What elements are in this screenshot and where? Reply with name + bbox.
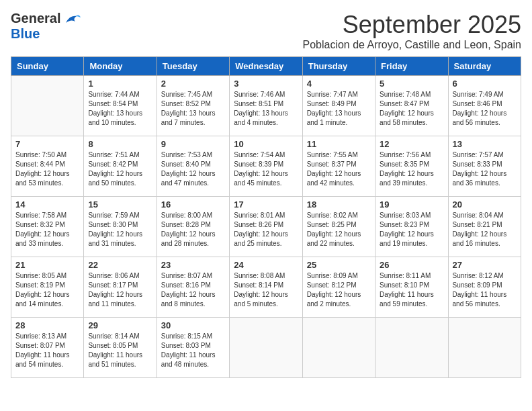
day-number: 21 bbox=[15, 260, 79, 270]
calendar-day-8: 8Sunrise: 7:51 AMSunset: 8:42 PMDaylight… bbox=[84, 136, 157, 197]
calendar-day-16: 16Sunrise: 8:00 AMSunset: 8:28 PMDayligh… bbox=[157, 197, 229, 257]
day-detail: Sunrise: 7:45 AMSunset: 8:52 PMDaylight:… bbox=[161, 90, 225, 128]
day-detail: Sunrise: 8:11 AMSunset: 8:10 PMDaylight:… bbox=[380, 271, 443, 309]
day-number: 5 bbox=[380, 79, 443, 89]
calendar-header-wednesday: Wednesday bbox=[230, 57, 302, 76]
day-detail: Sunrise: 8:02 AMSunset: 8:25 PMDaylight:… bbox=[307, 211, 371, 248]
day-detail: Sunrise: 7:58 AMSunset: 8:32 PMDaylight:… bbox=[15, 211, 79, 248]
calendar-day-23: 23Sunrise: 8:07 AMSunset: 8:16 PMDayligh… bbox=[157, 257, 229, 318]
calendar-day-4: 4Sunrise: 7:47 AMSunset: 8:49 PMDaylight… bbox=[302, 76, 375, 136]
day-number: 17 bbox=[234, 199, 298, 210]
day-detail: Sunrise: 8:06 AMSunset: 8:17 PMDaylight:… bbox=[88, 271, 152, 309]
day-number: 13 bbox=[453, 139, 517, 149]
calendar-day-24: 24Sunrise: 8:08 AMSunset: 8:14 PMDayligh… bbox=[230, 257, 302, 318]
calendar-day-21: 21Sunrise: 8:05 AMSunset: 8:19 PMDayligh… bbox=[11, 257, 84, 318]
day-number: 27 bbox=[453, 260, 517, 270]
title-block: September 2025 Poblacion de Arroyo, Cast… bbox=[302, 11, 521, 51]
calendar-week-row: 28Sunrise: 8:13 AMSunset: 8:07 PMDayligh… bbox=[11, 318, 521, 378]
subtitle: Poblacion de Arroyo, Castille and Leon, … bbox=[302, 39, 521, 51]
calendar-day-6: 6Sunrise: 7:49 AMSunset: 8:46 PMDaylight… bbox=[448, 76, 521, 136]
calendar-day-19: 19Sunrise: 8:03 AMSunset: 8:23 PMDayligh… bbox=[375, 197, 448, 257]
calendar-empty-cell bbox=[11, 76, 84, 136]
calendar-header-saturday: Saturday bbox=[448, 57, 521, 76]
calendar-table: SundayMondayTuesdayWednesdayThursdayFrid… bbox=[11, 56, 521, 378]
day-detail: Sunrise: 8:08 AMSunset: 8:14 PMDaylight:… bbox=[234, 271, 298, 309]
logo-blue-text: Blue bbox=[11, 26, 40, 41]
day-detail: Sunrise: 7:57 AMSunset: 8:33 PMDaylight:… bbox=[453, 150, 517, 188]
calendar-day-28: 28Sunrise: 8:13 AMSunset: 8:07 PMDayligh… bbox=[11, 318, 84, 378]
calendar-day-15: 15Sunrise: 7:59 AMSunset: 8:30 PMDayligh… bbox=[84, 197, 157, 257]
day-detail: Sunrise: 7:48 AMSunset: 8:47 PMDaylight:… bbox=[380, 90, 443, 128]
day-detail: Sunrise: 7:56 AMSunset: 8:35 PMDaylight:… bbox=[380, 150, 443, 188]
day-detail: Sunrise: 7:54 AMSunset: 8:39 PMDaylight:… bbox=[234, 150, 298, 188]
day-detail: Sunrise: 7:46 AMSunset: 8:51 PMDaylight:… bbox=[234, 90, 298, 128]
day-number: 15 bbox=[88, 199, 152, 210]
day-number: 25 bbox=[307, 260, 371, 270]
page-header: General Blue September 2025 Poblacion de… bbox=[11, 11, 521, 51]
calendar-empty-cell bbox=[230, 318, 302, 378]
day-number: 9 bbox=[161, 139, 225, 149]
day-number: 29 bbox=[88, 320, 152, 330]
day-detail: Sunrise: 7:44 AMSunset: 8:54 PMDaylight:… bbox=[88, 90, 152, 128]
logo-general-text: General bbox=[11, 11, 60, 26]
day-detail: Sunrise: 8:15 AMSunset: 8:03 PMDaylight:… bbox=[161, 332, 225, 369]
day-number: 19 bbox=[380, 199, 443, 210]
calendar-day-20: 20Sunrise: 8:04 AMSunset: 8:21 PMDayligh… bbox=[448, 197, 521, 257]
day-number: 16 bbox=[161, 199, 225, 210]
day-number: 6 bbox=[453, 79, 517, 89]
day-number: 3 bbox=[234, 79, 298, 89]
calendar-day-30: 30Sunrise: 8:15 AMSunset: 8:03 PMDayligh… bbox=[157, 318, 229, 378]
day-number: 28 bbox=[15, 320, 79, 330]
day-detail: Sunrise: 8:05 AMSunset: 8:19 PMDaylight:… bbox=[15, 271, 79, 309]
day-number: 26 bbox=[380, 260, 443, 270]
calendar-day-9: 9Sunrise: 7:53 AMSunset: 8:40 PMDaylight… bbox=[157, 136, 229, 197]
day-number: 23 bbox=[161, 260, 225, 270]
day-detail: Sunrise: 8:07 AMSunset: 8:16 PMDaylight:… bbox=[161, 271, 225, 309]
calendar-week-row: 7Sunrise: 7:50 AMSunset: 8:44 PMDaylight… bbox=[11, 136, 521, 197]
day-detail: Sunrise: 8:14 AMSunset: 8:05 PMDaylight:… bbox=[88, 332, 152, 369]
day-number: 14 bbox=[15, 199, 79, 210]
day-number: 18 bbox=[307, 199, 371, 210]
day-detail: Sunrise: 7:51 AMSunset: 8:42 PMDaylight:… bbox=[88, 150, 152, 188]
calendar-day-14: 14Sunrise: 7:58 AMSunset: 8:32 PMDayligh… bbox=[11, 197, 84, 257]
calendar-day-29: 29Sunrise: 8:14 AMSunset: 8:05 PMDayligh… bbox=[84, 318, 157, 378]
calendar-day-3: 3Sunrise: 7:46 AMSunset: 8:51 PMDaylight… bbox=[230, 76, 302, 136]
month-title: September 2025 bbox=[302, 11, 521, 39]
day-number: 11 bbox=[307, 139, 371, 149]
day-detail: Sunrise: 7:55 AMSunset: 8:37 PMDaylight:… bbox=[307, 150, 371, 188]
calendar-day-11: 11Sunrise: 7:55 AMSunset: 8:37 PMDayligh… bbox=[302, 136, 375, 197]
day-number: 8 bbox=[88, 139, 152, 149]
calendar-week-row: 21Sunrise: 8:05 AMSunset: 8:19 PMDayligh… bbox=[11, 257, 521, 318]
day-number: 12 bbox=[380, 139, 443, 149]
calendar-day-10: 10Sunrise: 7:54 AMSunset: 8:39 PMDayligh… bbox=[230, 136, 302, 197]
day-detail: Sunrise: 7:50 AMSunset: 8:44 PMDaylight:… bbox=[15, 150, 79, 188]
day-number: 1 bbox=[88, 79, 152, 89]
calendar-day-17: 17Sunrise: 8:01 AMSunset: 8:26 PMDayligh… bbox=[230, 197, 302, 257]
calendar-day-1: 1Sunrise: 7:44 AMSunset: 8:54 PMDaylight… bbox=[84, 76, 157, 136]
day-detail: Sunrise: 8:00 AMSunset: 8:28 PMDaylight:… bbox=[161, 211, 225, 248]
day-detail: Sunrise: 7:49 AMSunset: 8:46 PMDaylight:… bbox=[453, 90, 517, 128]
calendar-header-tuesday: Tuesday bbox=[157, 57, 229, 76]
day-detail: Sunrise: 8:04 AMSunset: 8:21 PMDaylight:… bbox=[453, 211, 517, 248]
calendar-empty-cell bbox=[302, 318, 375, 378]
day-detail: Sunrise: 7:53 AMSunset: 8:40 PMDaylight:… bbox=[161, 150, 225, 188]
day-number: 4 bbox=[307, 79, 371, 89]
calendar-day-7: 7Sunrise: 7:50 AMSunset: 8:44 PMDaylight… bbox=[11, 136, 84, 197]
day-number: 24 bbox=[234, 260, 298, 270]
calendar-day-5: 5Sunrise: 7:48 AMSunset: 8:47 PMDaylight… bbox=[375, 76, 448, 136]
calendar-header-row: SundayMondayTuesdayWednesdayThursdayFrid… bbox=[11, 57, 521, 76]
calendar-header-thursday: Thursday bbox=[302, 57, 375, 76]
calendar-header-monday: Monday bbox=[84, 57, 157, 76]
day-number: 20 bbox=[453, 199, 517, 210]
calendar-empty-cell bbox=[448, 318, 521, 378]
day-detail: Sunrise: 8:09 AMSunset: 8:12 PMDaylight:… bbox=[307, 271, 371, 309]
calendar-empty-cell bbox=[375, 318, 448, 378]
day-detail: Sunrise: 8:12 AMSunset: 8:09 PMDaylight:… bbox=[453, 271, 517, 309]
calendar-day-22: 22Sunrise: 8:06 AMSunset: 8:17 PMDayligh… bbox=[84, 257, 157, 318]
day-detail: Sunrise: 8:01 AMSunset: 8:26 PMDaylight:… bbox=[234, 211, 298, 248]
day-number: 2 bbox=[161, 79, 225, 89]
calendar-day-18: 18Sunrise: 8:02 AMSunset: 8:25 PMDayligh… bbox=[302, 197, 375, 257]
calendar-day-2: 2Sunrise: 7:45 AMSunset: 8:52 PMDaylight… bbox=[157, 76, 229, 136]
calendar-day-26: 26Sunrise: 8:11 AMSunset: 8:10 PMDayligh… bbox=[375, 257, 448, 318]
logo: General Blue bbox=[11, 11, 82, 42]
